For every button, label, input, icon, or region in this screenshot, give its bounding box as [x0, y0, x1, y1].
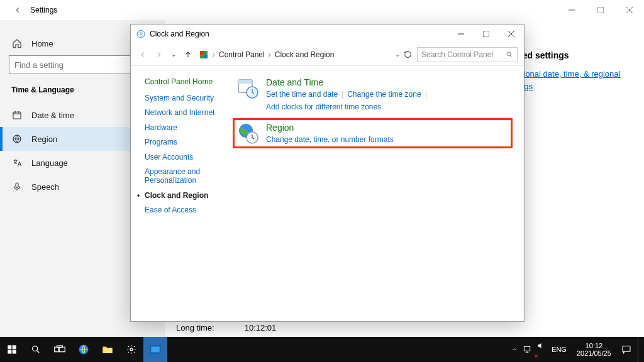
taskbar-app-explorer[interactable] — [96, 337, 119, 362]
svg-rect-22 — [8, 345, 11, 349]
long-time-label: Long time: — [176, 323, 214, 332]
minimize-button[interactable] — [448, 25, 474, 43]
sidebar-item-label: Region — [31, 134, 57, 144]
refresh-button[interactable] — [404, 50, 412, 58]
calendar-clock-icon — [11, 109, 23, 121]
task-view-button[interactable] — [48, 337, 72, 362]
cp-item-links: Set the time and date | Change the time … — [266, 90, 513, 111]
svg-line-16 — [510, 55, 512, 57]
maximize-button[interactable] — [474, 25, 499, 43]
microphone-icon — [11, 181, 23, 192]
taskbar: ✕ ENG 10:12 2021/05/25 — [0, 337, 644, 362]
taskbar-right: ✕ ENG 10:12 2021/05/25 — [511, 337, 644, 362]
cp-search-placeholder: Search Control Panel — [421, 50, 493, 59]
long-time-row: Long time: 10:12:01 — [170, 323, 276, 332]
taskbar-time: 10:12 — [577, 342, 611, 349]
cp-window-controls — [448, 25, 524, 43]
cp-body: Control Panel Home System and Security N… — [131, 66, 524, 321]
svg-rect-9 — [483, 31, 489, 37]
network-icon[interactable] — [523, 345, 531, 354]
cp-side-link-system-security[interactable]: System and Security — [145, 94, 228, 102]
cp-side-link-programs[interactable]: Programs — [145, 138, 228, 146]
long-time-value: 10:12:01 — [245, 323, 277, 332]
svg-rect-13 — [200, 51, 204, 55]
search-button[interactable] — [24, 337, 48, 362]
start-button[interactable] — [0, 337, 24, 362]
close-button[interactable] — [499, 25, 524, 43]
svg-rect-30 — [57, 346, 63, 348]
cp-title: Clock and Region — [150, 30, 209, 38]
cp-search-box[interactable]: Search Control Panel — [417, 47, 518, 62]
taskbar-clock[interactable]: 10:12 2021/05/25 — [573, 342, 615, 357]
svg-rect-25 — [13, 350, 16, 354]
svg-point-15 — [507, 52, 511, 56]
sidebar-item-label: Home — [31, 39, 53, 48]
breadcrumb-link[interactable]: Control Panel — [219, 50, 265, 59]
svg-rect-14 — [204, 55, 208, 58]
settings-window-controls — [557, 0, 644, 20]
breadcrumb-link[interactable]: Clock and Region — [275, 50, 335, 59]
minimize-button[interactable] — [557, 0, 586, 20]
link-set-time-date[interactable]: Set the time and date — [266, 90, 338, 99]
tray-chevron-up-icon[interactable] — [511, 346, 518, 353]
svg-rect-35 — [151, 347, 160, 353]
back-button[interactable] — [8, 0, 28, 20]
cp-side-link-ease-of-access[interactable]: Ease of Access — [145, 206, 228, 214]
sidebar-item-label: Speech — [31, 182, 59, 192]
breadcrumb[interactable]: › Control Panel › Clock and Region ⌄ — [199, 50, 412, 60]
control-panel-window: Clock and Region ⌄ › Control Panel › Clo… — [130, 24, 525, 322]
svg-rect-6 — [16, 183, 18, 187]
cp-side-link-user-accounts[interactable]: User Accounts — [145, 153, 228, 162]
nav-up-button[interactable] — [182, 49, 194, 60]
cp-titlebar: Clock and Region — [131, 25, 524, 43]
link-change-formats[interactable]: Change date, time, or number formats — [266, 135, 394, 144]
cp-item-title[interactable]: Region — [266, 123, 394, 133]
taskbar-app-control-panel[interactable] — [143, 337, 167, 362]
taskbar-left — [0, 337, 167, 362]
svg-rect-32 — [103, 348, 113, 353]
svg-rect-24 — [8, 350, 11, 354]
globe-icon — [11, 133, 23, 145]
show-desktop-button[interactable] — [638, 337, 641, 362]
action-center-button[interactable] — [621, 344, 631, 354]
related-settings-link[interactable]: itional date, time, & regional ngs — [519, 69, 620, 91]
home-icon — [11, 38, 23, 49]
cp-item-title[interactable]: Date and Time — [266, 77, 513, 87]
svg-rect-23 — [13, 345, 16, 349]
cp-side-home[interactable]: Control Panel Home — [145, 77, 228, 86]
svg-line-27 — [37, 351, 40, 353]
cp-side-link-hardware[interactable]: Hardware — [145, 123, 228, 132]
nav-back-button[interactable] — [137, 49, 148, 60]
link-change-time-zone[interactable]: Change the time zone — [347, 90, 421, 99]
cp-side-link-appearance[interactable]: Appearance and Personalization — [145, 167, 228, 185]
taskbar-date: 2021/05/25 — [577, 349, 611, 357]
maximize-button[interactable] — [586, 0, 615, 20]
svg-rect-36 — [524, 346, 530, 351]
svg-point-33 — [130, 348, 133, 351]
system-tray[interactable]: ✕ — [511, 341, 545, 358]
nav-recent-dropdown[interactable]: ⌄ — [170, 50, 177, 59]
cp-sidebar: Control Panel Home System and Security N… — [131, 66, 235, 321]
cp-side-link-clock-region[interactable]: Clock and Region — [145, 191, 228, 200]
link-add-clocks[interactable]: Add clocks for different time zones — [266, 102, 381, 111]
clock-region-icon — [136, 29, 146, 39]
svg-rect-37 — [623, 346, 630, 352]
svg-point-26 — [33, 346, 38, 351]
volume-icon[interactable]: ✕ — [536, 341, 545, 358]
close-button[interactable] — [615, 0, 644, 20]
svg-rect-18 — [238, 80, 252, 84]
sidebar-item-label: Date & time — [31, 111, 74, 120]
svg-rect-1 — [597, 7, 604, 13]
related-settings-heading: ted settings — [519, 50, 626, 60]
cp-item-region: Region Change date, time, or number form… — [233, 118, 513, 148]
date-time-icon — [237, 77, 258, 99]
control-panel-shield-icon — [199, 50, 209, 60]
nav-forward-button[interactable] — [153, 49, 165, 60]
cp-side-link-network-internet[interactable]: Network and Internet — [145, 108, 228, 117]
region-icon — [237, 123, 258, 144]
breadcrumb-dropdown-icon[interactable]: ⌄ — [395, 51, 400, 58]
search-icon — [506, 51, 513, 58]
taskbar-app-settings[interactable] — [119, 337, 143, 362]
taskbar-app-ie[interactable] — [72, 337, 96, 362]
input-language[interactable]: ENG — [552, 346, 567, 353]
